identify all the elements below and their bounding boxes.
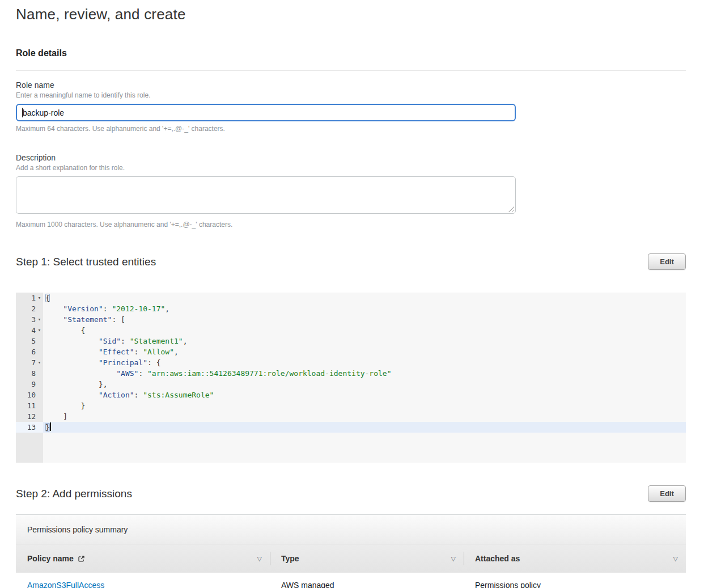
editor-gutter-cell: 13 — [16, 422, 43, 433]
sort-icon: ▽ — [451, 555, 456, 562]
editor-line[interactable]: 12 ] — [16, 411, 686, 422]
line-number: 2 — [31, 303, 36, 314]
code-line[interactable]: "AWS": "arn:aws:iam::541263489771:role/w… — [43, 368, 686, 379]
editor-gutter-cell: 3▾ — [16, 314, 43, 325]
description-hint: Maximum 1000 characters. Use alphanumeri… — [16, 221, 686, 229]
step2-header: Step 2: Add permissions Edit — [16, 485, 686, 502]
editor-gutter-cell: 4▾ — [16, 325, 43, 336]
role-name-field: Role name Enter a meaningful name to ide… — [16, 81, 686, 133]
description-label: Description — [16, 153, 686, 162]
role-name-input[interactable]: backup-role — [16, 104, 516, 121]
editor-line[interactable]: 13} — [16, 422, 686, 433]
code-line[interactable]: "Sid": "Statement1", — [43, 336, 686, 346]
editor-code-filler — [43, 433, 686, 463]
description-description: Add a short explanation for this role. — [16, 164, 686, 172]
editor-gutter-cell: 11 — [16, 400, 43, 411]
step2-edit-button[interactable]: Edit — [648, 485, 686, 502]
code-line[interactable]: } — [43, 400, 686, 411]
editor-gutter-filler — [16, 433, 43, 463]
text-cursor — [50, 422, 51, 431]
line-number: 1 — [31, 293, 36, 303]
fold-icon[interactable]: ▾ — [36, 293, 43, 303]
fold-icon[interactable]: ▾ — [36, 357, 43, 368]
description-field: Description Add a short explanation for … — [16, 153, 686, 229]
step1-title: Step 1: Select trusted entities — [16, 256, 156, 268]
line-number: 6 — [31, 346, 36, 357]
sort-icon: ▽ — [257, 555, 262, 562]
editor-line[interactable]: 3▾ "Statement": [ — [16, 314, 686, 325]
policy-name-link[interactable]: AmazonS3FullAccess — [27, 581, 104, 588]
code-line[interactable]: } — [43, 422, 686, 433]
editor-line[interactable]: 2 "Version": "2012-10-17", — [16, 303, 686, 314]
role-name-hint: Maximum 64 characters. Use alphanumeric … — [16, 125, 686, 133]
line-number: 8 — [31, 368, 36, 379]
fold-icon[interactable]: ▾ — [36, 325, 43, 336]
role-name-value: backup-role — [23, 108, 64, 117]
editor-line[interactable]: 10 "Action": "sts:AssumeRole" — [16, 390, 686, 400]
editor-gutter-cell: 9 — [16, 379, 43, 390]
role-name-description: Enter a meaningful name to identify this… — [16, 91, 686, 99]
column-header-attached-as[interactable]: Attached as ▽ — [464, 544, 686, 573]
editor-gutter-cell: 8 — [16, 368, 43, 379]
editor-gutter-cell: 7▾ — [16, 357, 43, 368]
role-details-heading: Role details — [16, 48, 686, 58]
editor-gutter-cell: 2 — [16, 303, 43, 314]
fold-icon[interactable]: ▾ — [36, 314, 43, 325]
table-row: AmazonS3FullAccess AWS managed Permissio… — [16, 573, 686, 588]
code-line[interactable]: "Effect": "Allow", — [43, 346, 686, 357]
column-label: Policy name — [27, 554, 74, 563]
code-line[interactable]: { — [43, 293, 686, 303]
editor-line[interactable]: 6 "Effect": "Allow", — [16, 346, 686, 357]
editor-line[interactable]: 8 "AWS": "arn:aws:iam::541263489771:role… — [16, 368, 686, 379]
editor-gutter-cell: 6 — [16, 346, 43, 357]
column-header-policy-name[interactable]: Policy name ▽ — [16, 544, 270, 573]
line-number: 12 — [27, 411, 36, 422]
editor-gutter-cell: 1▾ — [16, 293, 43, 303]
code-line[interactable]: ] — [43, 411, 686, 422]
step1-edit-button[interactable]: Edit — [648, 253, 686, 270]
editor-filler — [16, 433, 686, 463]
code-line[interactable]: "Version": "2012-10-17", — [43, 303, 686, 314]
line-number: 4 — [31, 325, 36, 336]
editor-line[interactable]: 1▾{ — [16, 293, 686, 303]
step2-title: Step 2: Add permissions — [16, 488, 132, 500]
column-label: Attached as — [475, 554, 520, 563]
role-details-divider — [16, 70, 686, 71]
policy-editor[interactable]: 1▾{2 "Version": "2012-10-17",3▾ "Stateme… — [16, 293, 686, 463]
sort-icon: ▽ — [673, 555, 678, 562]
permissions-table-header: Policy name ▽ Type ▽ Attached as — [16, 544, 686, 573]
editor-line[interactable]: 11 } — [16, 400, 686, 411]
line-number: 13 — [27, 422, 36, 433]
editor-gutter-cell: 10 — [16, 390, 43, 400]
line-number: 10 — [27, 390, 36, 400]
step1-header: Step 1: Select trusted entities Edit — [16, 253, 686, 270]
code-line[interactable]: { — [43, 325, 686, 336]
permissions-panel-title: Permissions policy summary — [16, 515, 686, 544]
page-title: Name, review, and create — [16, 6, 686, 23]
resize-grip-icon[interactable] — [508, 206, 514, 212]
role-name-label: Role name — [16, 81, 686, 90]
code-line[interactable]: "Action": "sts:AssumeRole" — [43, 390, 686, 400]
line-number: 9 — [31, 379, 36, 390]
code-line[interactable]: "Principal": { — [43, 357, 686, 368]
editor-gutter-cell: 5 — [16, 336, 43, 346]
external-link-icon — [78, 555, 85, 562]
code-line[interactable]: }, — [43, 379, 686, 390]
editor-line[interactable]: 5 "Sid": "Statement1", — [16, 336, 686, 346]
cell-attached-as: Permissions policy — [464, 573, 686, 588]
line-number: 5 — [31, 336, 36, 346]
line-number: 11 — [27, 400, 36, 411]
editor-line[interactable]: 9 }, — [16, 379, 686, 390]
column-label: Type — [281, 554, 299, 563]
cell-policy-name: AmazonS3FullAccess — [16, 573, 270, 588]
editor-line[interactable]: 7▾ "Principal": { — [16, 357, 686, 368]
page-content: Name, review, and create Role details Ro… — [16, 0, 686, 588]
column-header-type[interactable]: Type ▽ — [270, 544, 464, 573]
line-number: 3 — [31, 314, 36, 325]
description-textarea[interactable] — [16, 176, 516, 214]
editor-gutter-cell: 12 — [16, 411, 43, 422]
cell-type: AWS managed — [270, 573, 464, 588]
line-number: 7 — [31, 357, 36, 368]
editor-line[interactable]: 4▾ { — [16, 325, 686, 336]
code-line[interactable]: "Statement": [ — [43, 314, 686, 325]
